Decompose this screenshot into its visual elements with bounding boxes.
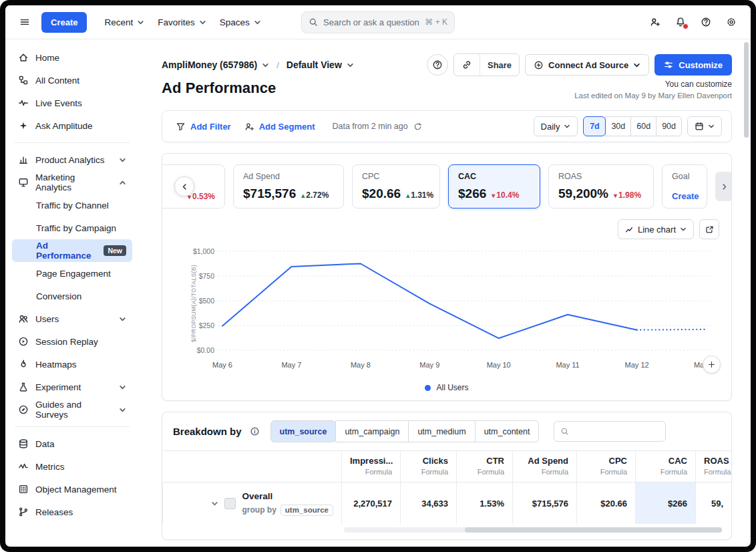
customize-button[interactable]: Customize: [654, 54, 732, 76]
sidebar-item-traffic-by-channel[interactable]: Traffic by Channel: [12, 194, 132, 217]
metric-card-ad-spend[interactable]: Ad Spend $715,576 ▴2.72%: [233, 164, 344, 209]
range-7d-button[interactable]: 7d: [583, 116, 606, 136]
create-button[interactable]: Create: [41, 12, 87, 33]
sidebar-item-guides-and-surveys[interactable]: Guides and Surveys: [12, 398, 132, 421]
sidebar-item-releases[interactable]: Releases: [12, 501, 132, 523]
breakdown-search-input[interactable]: [574, 426, 659, 437]
menu-favorites[interactable]: Favorites: [151, 13, 213, 31]
cards-scroll-right-button[interactable]: [715, 172, 732, 201]
menu-spaces[interactable]: Spaces: [213, 13, 268, 31]
metric-card-cpc[interactable]: CPC $20.66 ▴1.31%: [352, 164, 440, 209]
metric-cards-row: ▾0.53% Ad Spend $715,576 ▴2.72% CPC $2: [174, 164, 719, 209]
metric-label: Ad Spend: [243, 172, 334, 181]
chevron-down-icon: [633, 61, 640, 69]
help-button[interactable]: [696, 12, 716, 32]
metric-card-goal[interactable]: Goal Create: [662, 164, 707, 209]
line-chart[interactable]: $/PROPSUM(A)/TOTALS(B) $1,000 $750 $500 …: [174, 242, 719, 379]
sidebar-item-data[interactable]: Data: [12, 432, 132, 455]
sidebar-item-all-content[interactable]: All Content: [12, 69, 132, 92]
column-header-cpc[interactable]: CPCFormula: [576, 451, 635, 482]
granularity-select[interactable]: Daily: [534, 116, 578, 136]
monitor-icon: [18, 177, 29, 188]
sidebar-divider: [15, 426, 130, 427]
sidebar-item-ask-amplitude[interactable]: Ask Amplitude: [12, 114, 132, 137]
notifications-button[interactable]: [671, 12, 691, 32]
column-header-ad-spend[interactable]: Ad SpendFormula: [512, 451, 576, 482]
tab-utm-medium[interactable]: utm_medium: [408, 420, 475, 442]
page-help-button[interactable]: [427, 54, 448, 76]
sidebar-item-object-management[interactable]: Object Management: [12, 478, 132, 501]
content-tree-icon: [18, 75, 29, 86]
chart-type-select[interactable]: Line chart: [618, 219, 694, 239]
cell-cpc[interactable]: $20.66: [576, 482, 635, 524]
metric-card-roas[interactable]: ROAS 59,200% ▾1.98%: [548, 164, 654, 209]
project-selector[interactable]: AmpliMoney (657986): [162, 59, 269, 70]
hamburger-menu-button[interactable]: [15, 12, 35, 32]
tab-utm-content[interactable]: utm_content: [475, 420, 540, 442]
row-expand-icon[interactable]: [211, 500, 218, 507]
cell-cac[interactable]: $266: [635, 482, 695, 524]
cell-impressions[interactable]: 2,270,517: [341, 482, 400, 524]
chart-legend[interactable]: All Users: [174, 383, 719, 392]
chart-panel: ▾0.53% Ad Spend $715,576 ▴2.72% CPC $2: [162, 153, 732, 401]
sidebar-item-home[interactable]: Home: [12, 46, 132, 69]
vertical-scrollbar[interactable]: [744, 42, 749, 138]
breakdown-info-button[interactable]: [250, 426, 260, 436]
sidebar-item-conversion[interactable]: Conversion: [12, 285, 132, 307]
cell-ad-spend[interactable]: $715,576: [512, 482, 576, 524]
sidebar-item-page-engagement[interactable]: Page Engagement: [12, 262, 132, 285]
sidebar-item-live-events[interactable]: Live Events: [12, 92, 132, 114]
copy-link-button[interactable]: [454, 54, 480, 76]
invite-user-button[interactable]: [645, 12, 665, 32]
column-header-ctr[interactable]: CTRFormula: [456, 451, 512, 482]
global-search-input[interactable]: Search or ask a question ⌘ + K: [301, 11, 455, 33]
table-row-label[interactable]: Overall group by utm_source: [162, 482, 341, 524]
add-filter-button[interactable]: Add Filter: [172, 122, 235, 132]
sidebar-item-experiment[interactable]: Experiment: [12, 376, 132, 398]
cards-scroll-left-button[interactable]: [174, 176, 194, 196]
pulse-icon: [18, 98, 29, 108]
metric-delta: ▴2.72%: [301, 190, 329, 200]
tab-utm-source[interactable]: utm_source: [270, 420, 337, 442]
sidebar-item-product-analytics[interactable]: Product Analytics: [12, 148, 132, 171]
calendar-button[interactable]: [687, 116, 722, 136]
group-tag[interactable]: utm_source: [280, 505, 333, 516]
sidebar-item-traffic-by-campaign[interactable]: Traffic by Campaign: [12, 217, 132, 239]
object-grid-icon: [18, 484, 29, 495]
settings-button[interactable]: [721, 12, 741, 32]
connect-ad-source-button[interactable]: Connect Ad Source: [525, 54, 649, 76]
row-checkbox[interactable]: [224, 498, 236, 509]
sidebar-item-metrics[interactable]: Metrics: [12, 455, 132, 478]
goal-create-link[interactable]: Create: [672, 191, 697, 201]
cell-ctr[interactable]: 1.53%: [456, 482, 512, 524]
metric-card-cac[interactable]: CAC $266 ▾10.4%: [448, 164, 540, 209]
range-30d-button[interactable]: 30d: [605, 116, 631, 136]
sidebar-item-heatmaps[interactable]: Heatmaps: [12, 353, 132, 376]
horizontal-scrollbar-thumb[interactable]: [465, 527, 722, 533]
plus-icon: [707, 360, 716, 369]
chevron-down-icon: [564, 123, 570, 130]
breakdown-search[interactable]: [554, 421, 666, 442]
menu-recent[interactable]: Recent: [98, 13, 151, 31]
column-header-cac[interactable]: CACFormula: [635, 451, 695, 482]
range-60d-button[interactable]: 60d: [630, 116, 656, 136]
tab-utm-campaign[interactable]: utm_campaign: [335, 420, 409, 442]
share-button[interactable]: Share: [480, 54, 519, 76]
refresh-icon[interactable]: [413, 122, 422, 131]
sidebar-item-users[interactable]: Users: [12, 307, 132, 330]
cell-roas[interactable]: 59,: [695, 482, 731, 524]
cell-clicks[interactable]: 34,633: [400, 482, 456, 524]
column-header-roas[interactable]: ROASFormula: [695, 451, 731, 482]
range-90d-button[interactable]: 90d: [656, 116, 682, 136]
expand-chart-button[interactable]: [699, 219, 719, 239]
sidebar-item-marketing-analytics[interactable]: Marketing Analytics: [12, 171, 132, 194]
column-header-impressions[interactable]: Impressi...Formula: [341, 451, 400, 482]
add-segment-button[interactable]: Add Segment: [240, 122, 319, 132]
horizontal-scrollbar[interactable]: [344, 527, 722, 533]
column-header-clicks[interactable]: ClicksFormula: [400, 451, 456, 482]
sidebar-item-session-replay[interactable]: Session Replay: [12, 330, 132, 353]
chevron-down-icon: [119, 315, 126, 323]
view-selector[interactable]: Default View: [287, 59, 354, 70]
chart-add-button[interactable]: [703, 356, 721, 374]
sidebar-item-ad-performance[interactable]: Ad Performance New: [12, 239, 132, 262]
